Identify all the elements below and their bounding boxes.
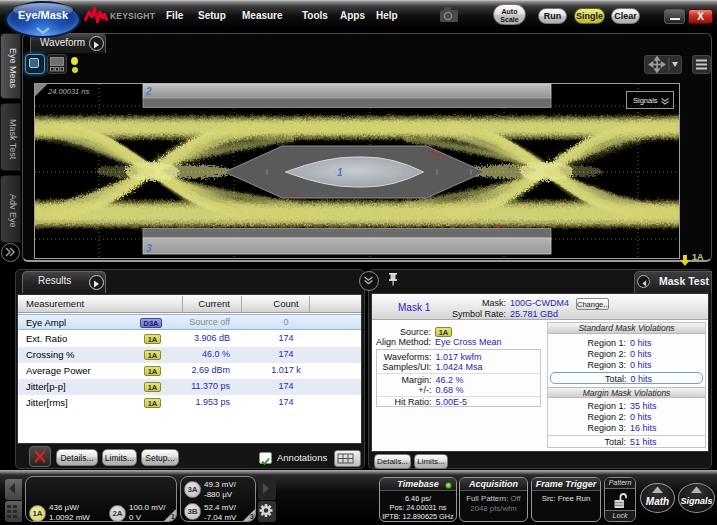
- svg-text:1: 1: [337, 167, 343, 178]
- svg-text:3: 3: [146, 243, 152, 254]
- svg-text:2: 2: [145, 86, 152, 97]
- svg-text:24.00031 ns: 24.00031 ns: [47, 87, 90, 96]
